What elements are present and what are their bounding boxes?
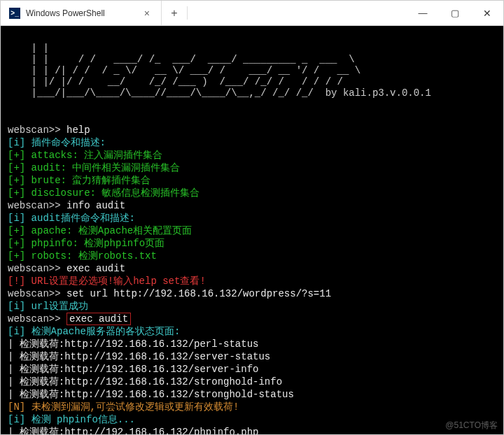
line-plugin: [+] audit: 中间件相关漏洞插件集合: [8, 162, 180, 173]
window: >_ Windows PowerShell × + — ▢ ✕ | | | | …: [0, 0, 504, 435]
line-warning: [!] URL设置是必选项!输入help set查看!: [8, 276, 206, 287]
prompt: webscan>> exec audit: [8, 263, 125, 274]
line-plugin: [+] attacks: 注入漏洞插件集合: [8, 150, 162, 161]
prompt: webscan>> help: [8, 124, 90, 136]
line-notice: [N] 未检测到漏洞,可尝试修改逻辑或更新有效载荷!: [8, 401, 239, 413]
line-info: [i] 插件命令和描述:: [8, 137, 106, 148]
tab-close-button[interactable]: ×: [141, 8, 153, 19]
line-payload: | 检测载荷:http://192.168.16.132/stronghold-…: [8, 389, 294, 400]
terminal-body[interactable]: | | | | / / ____/ /_ ___/ ____/ ________…: [1, 26, 503, 434]
ascii-banner: | | | | / / ____/ /_ ___/ ____/ ________…: [8, 43, 496, 99]
prompt: webscan>> set url http://192.168.16.132/…: [8, 288, 331, 299]
minimize-button[interactable]: —: [407, 1, 439, 25]
maximize-button[interactable]: ▢: [439, 1, 471, 25]
new-tab-button[interactable]: +: [162, 1, 187, 25]
line-payload: | 检测载荷:http://192.168.16.132/server-stat…: [8, 351, 270, 362]
line-plugin: [+] apache: 检测Apache相关配置页面: [8, 225, 192, 236]
line-info: [i] audit插件命令和描述:: [8, 213, 135, 224]
line-info: [i] 检测Apache服务器的各状态页面:: [8, 326, 180, 337]
highlighted-command: exec audit: [66, 313, 131, 325]
line-plugin: [+] disclosure: 敏感信息检测插件集合: [8, 187, 200, 199]
tab-powershell[interactable]: >_ Windows PowerShell ×: [1, 1, 162, 25]
watermark: @51CTO博客: [445, 419, 498, 432]
titlebar: >_ Windows PowerShell × + — ▢ ✕: [1, 1, 503, 26]
powershell-icon: >_: [9, 8, 20, 19]
prompt: webscan>> exec audit: [8, 313, 131, 325]
close-button[interactable]: ✕: [471, 1, 503, 25]
line-payload: | 检测载荷:http://192.168.16.132/phpinfo.php: [8, 427, 258, 434]
line-payload: | 检测载荷:http://192.168.16.132/stronghold-…: [8, 376, 282, 387]
line-payload: | 检测载荷:http://192.168.16.132/server-info: [8, 364, 258, 375]
line-blank: [8, 112, 13, 123]
line-plugin: [+] phpinfo: 检测phpinfo页面: [8, 238, 164, 249]
tab-title: Windows PowerShell: [26, 8, 136, 18]
line-info: [i] 检测 phpinfo信息...: [8, 414, 135, 425]
prompt: webscan>> info audit: [8, 200, 125, 211]
line-plugin: [+] brute: 蛮力猜解插件集合: [8, 175, 150, 186]
line-payload: | 检测载荷:http://192.168.16.132/perl-status: [8, 338, 258, 350]
line-info: [i] url设置成功: [8, 301, 88, 312]
titlebar-drag-area[interactable]: [188, 1, 407, 25]
line-plugin: [+] robots: 检测robots.txt: [8, 250, 157, 262]
